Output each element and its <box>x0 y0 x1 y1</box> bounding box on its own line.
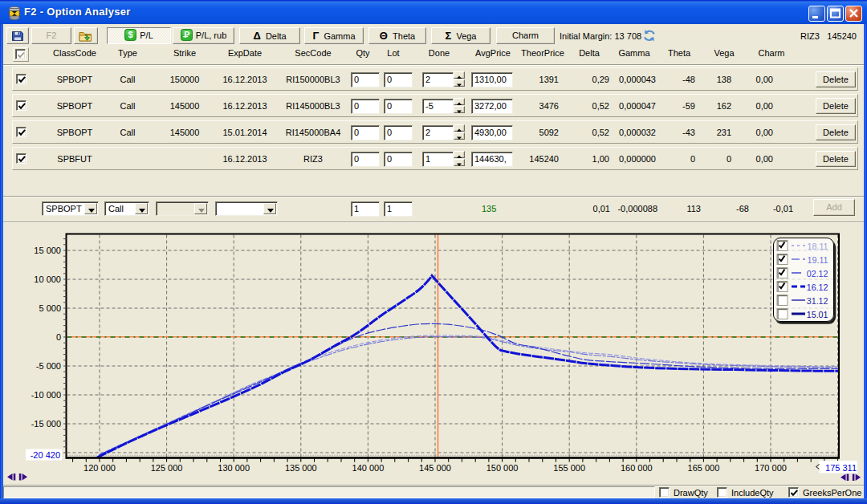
svg-text:15.01: 15.01 <box>807 310 828 319</box>
svg-text:140 000: 140 000 <box>352 463 385 473</box>
svg-text:19.11: 19.11 <box>808 255 828 265</box>
svg-text:150 000: 150 000 <box>486 463 519 473</box>
svg-text:165 000: 165 000 <box>688 463 720 473</box>
svg-text:145 000: 145 000 <box>419 463 451 473</box>
svg-text:-20 420: -20 420 <box>31 450 60 460</box>
svg-text:120 000: 120 000 <box>83 463 116 473</box>
svg-text:130 000: 130 000 <box>218 463 250 473</box>
svg-text:125 000: 125 000 <box>151 463 183 473</box>
svg-text:160 000: 160 000 <box>621 463 653 473</box>
svg-text:10 000: 10 000 <box>34 274 61 284</box>
svg-text:-5 000: -5 000 <box>36 361 61 371</box>
svg-text:155 000: 155 000 <box>553 463 585 473</box>
svg-text:170 000: 170 000 <box>755 463 787 473</box>
svg-text:5 000: 5 000 <box>39 303 61 313</box>
svg-text:16.12: 16.12 <box>807 282 828 292</box>
svg-text:175 311: 175 311 <box>825 463 857 473</box>
svg-text:0: 0 <box>56 332 61 342</box>
svg-text:18.11: 18.11 <box>808 242 828 251</box>
svg-text:15 000: 15 000 <box>34 246 61 255</box>
svg-text:-15 000: -15 000 <box>31 419 61 429</box>
svg-text:31.12: 31.12 <box>807 296 828 306</box>
svg-text:135 000: 135 000 <box>285 463 317 473</box>
svg-text:-10 000: -10 000 <box>31 390 61 400</box>
svg-text:02.12: 02.12 <box>807 269 828 278</box>
